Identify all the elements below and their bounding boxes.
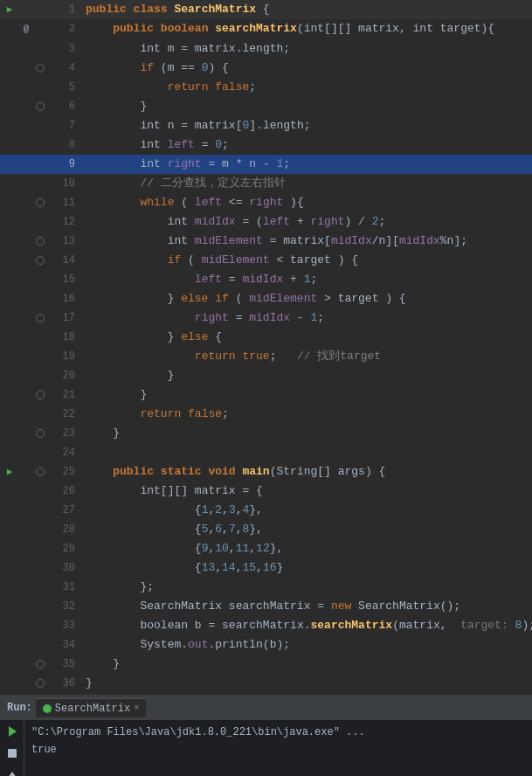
breakpoint-marker[interactable] (33, 135, 47, 155)
run-marker (0, 289, 19, 308)
breakpoint-marker[interactable] (33, 308, 47, 328)
line-number: 32 (47, 597, 82, 616)
close-icon[interactable]: × (134, 703, 139, 713)
table-row: 8 int left = 0; (0, 135, 532, 155)
annotation-marker (19, 193, 33, 212)
code-line-content: right = midIdx - 1; (82, 308, 532, 328)
code-table: ▶1public class SearchMatrix {@2 public b… (0, 0, 532, 693)
breakpoint-marker[interactable] (33, 289, 47, 308)
breakpoint-marker[interactable] (33, 270, 47, 289)
breakpoint-marker[interactable] (33, 116, 47, 135)
breakpoint-marker[interactable] (33, 59, 47, 78)
breakpoint-marker[interactable] (33, 232, 47, 251)
breakpoint-dot[interactable] (36, 198, 45, 207)
line-number: 25 (47, 462, 82, 482)
breakpoint-dot[interactable] (36, 679, 45, 688)
line-number: 26 (47, 482, 82, 501)
run-marker (0, 405, 19, 424)
breakpoint-marker[interactable] (33, 558, 47, 578)
svg-marker-2 (8, 772, 17, 776)
breakpoint-marker[interactable] (33, 616, 47, 635)
run-scroll-up-button[interactable] (4, 767, 20, 776)
breakpoint-marker[interactable] (33, 19, 47, 39)
line-number: 10 (47, 174, 82, 193)
line-number: 14 (47, 251, 82, 270)
run-play-button[interactable] (4, 724, 20, 742)
breakpoint-marker[interactable] (33, 174, 47, 193)
breakpoint-marker[interactable] (33, 674, 47, 693)
run-stop-button[interactable] (4, 745, 20, 764)
line-number: 5 (47, 78, 82, 97)
breakpoint-marker[interactable] (33, 0, 47, 19)
breakpoint-marker[interactable] (33, 462, 47, 482)
breakpoint-marker[interactable] (33, 97, 47, 116)
breakpoint-marker[interactable] (33, 193, 47, 212)
code-line-content: return false; (82, 405, 532, 424)
breakpoint-marker[interactable] (33, 424, 47, 443)
table-row: 29 {9,10,11,12}, (0, 539, 532, 558)
breakpoint-marker[interactable] (33, 328, 47, 347)
breakpoint-dot[interactable] (36, 429, 45, 438)
run-body: "C:\Program Files\Java\jdk1.8.0_221\bin\… (0, 720, 532, 776)
line-number: 36 (47, 674, 82, 693)
breakpoint-marker[interactable] (33, 39, 47, 59)
table-row: 3 int m = matrix.length; (0, 39, 532, 59)
breakpoint-marker[interactable] (33, 539, 47, 558)
breakpoint-marker[interactable] (33, 212, 47, 232)
breakpoint-marker[interactable] (33, 155, 47, 174)
annotation-marker (19, 366, 33, 385)
breakpoint-dot[interactable] (36, 237, 45, 246)
run-gutter-icon[interactable]: ▶ (7, 0, 13, 19)
breakpoint-marker[interactable] (33, 366, 47, 385)
table-row: 24 (0, 443, 532, 462)
breakpoint-marker[interactable] (33, 385, 47, 405)
breakpoint-dot[interactable] (36, 102, 45, 111)
svg-rect-1 (8, 749, 17, 758)
annotation-marker (19, 501, 33, 520)
table-row: 19 return true; // 找到target (0, 347, 532, 366)
run-tab-label: SearchMatrix (55, 703, 130, 715)
code-line-content: } (82, 674, 532, 693)
breakpoint-marker[interactable] (33, 78, 47, 97)
breakpoint-marker[interactable] (33, 655, 47, 674)
breakpoint-dot[interactable] (36, 314, 45, 322)
breakpoint-marker[interactable] (33, 520, 47, 539)
annotation-marker (19, 539, 33, 558)
annotation-marker (19, 616, 33, 635)
breakpoint-marker[interactable] (33, 482, 47, 501)
code-line-content: System.out.println(b); (82, 635, 532, 655)
breakpoint-marker[interactable] (33, 501, 47, 520)
table-row: 35 } (0, 655, 532, 674)
table-row: 15 left = midIdx + 1; (0, 270, 532, 289)
breakpoint-dot[interactable] (36, 660, 45, 669)
run-marker (0, 135, 19, 155)
breakpoint-dot[interactable] (36, 468, 45, 476)
annotation-marker (19, 289, 33, 308)
breakpoint-dot[interactable] (36, 391, 45, 399)
table-row: 12 int midIdx = (left + right) / 2; (0, 212, 532, 232)
run-gutter-icon[interactable]: ▶ (7, 462, 13, 482)
table-row: 26 int[][] matrix = { (0, 482, 532, 501)
breakpoint-marker[interactable] (33, 347, 47, 366)
breakpoint-marker[interactable] (33, 597, 47, 616)
run-tab[interactable]: SearchMatrix × (36, 698, 146, 717)
breakpoint-marker[interactable] (33, 251, 47, 270)
line-number: 34 (47, 635, 82, 655)
run-marker (0, 97, 19, 116)
run-panel: Run: SearchMatrix × "C:\Progr (0, 695, 532, 776)
code-line-content: } else if ( midElement > target ) { (82, 289, 532, 308)
breakpoint-marker[interactable] (33, 405, 47, 424)
breakpoint-dot[interactable] (36, 256, 45, 265)
line-number: 13 (47, 232, 82, 251)
annotation-marker: @ (19, 19, 33, 39)
breakpoint-marker[interactable] (33, 443, 47, 462)
breakpoint-marker[interactable] (33, 578, 47, 597)
line-number: 8 (47, 135, 82, 155)
run-tab-status-icon (43, 704, 52, 713)
table-row: 23 } (0, 424, 532, 443)
table-row: 22 return false; (0, 405, 532, 424)
breakpoint-marker[interactable] (33, 635, 47, 655)
breakpoint-dot[interactable] (36, 64, 45, 73)
annotation-marker (19, 308, 33, 328)
run-marker (0, 155, 19, 174)
